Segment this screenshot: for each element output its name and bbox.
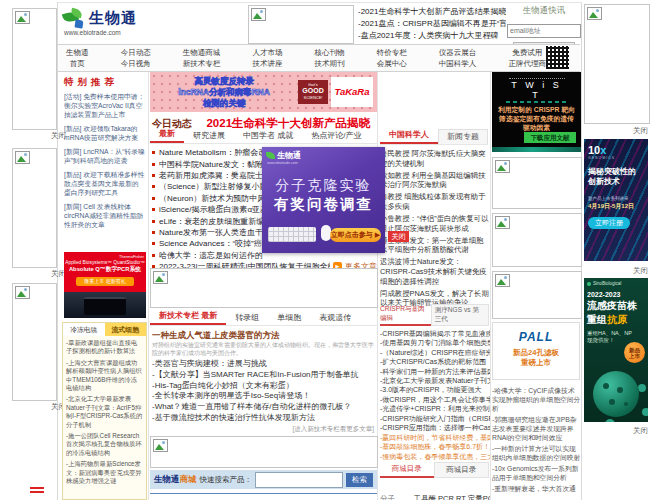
promo-item[interactable]: -赢回科研时间，节省科研经费，基因敲除小	[380, 433, 490, 442]
tab-newtech-latest[interactable]: 新技术专栏 最新	[150, 310, 226, 325]
scientist-item[interactable]: 迟洪波博士Nature发文：CRISPR-Cas9技术解析关键免疫细胞的选择性调…	[380, 257, 489, 286]
sino-biological-ad[interactable]: SinoBiological 2022-2023 流感疫苗株 重组抗原 重组HA…	[584, 278, 648, 422]
crispr-item[interactable]: -扩大CRISPR/Cas系统的靶标范围	[380, 357, 490, 366]
crispr-item[interactable]: -CRISPR功能研究入门指南（CRISPRi）	[380, 414, 490, 423]
tab-flow-cytometry[interactable]: 流式细胞	[105, 323, 147, 336]
spatial-news-item[interactable]: -10x Genomics发布一系列新品用于单细胞和空间分析	[492, 464, 581, 482]
crispr-item[interactable]: -北京化工大学最新发表Natuer子刊文章：A…	[380, 376, 490, 385]
search-button[interactable]: 检索	[346, 473, 373, 487]
category-links[interactable]: 工具酶 PCR RT 定量PCR 转染	[413, 494, 490, 500]
spatial-news-item[interactable]: -郭惠珊研究组应邀在JIPB杂志发表重要综述并发现跨界RNAi的空间和时间效应	[492, 415, 581, 442]
right-ad-placeholder-1[interactable]	[492, 157, 582, 209]
crispr-item[interactable]: -光遗传学+CRISPR：利用光来控制基因组…	[380, 404, 490, 413]
crispr-item[interactable]: -使用基因剪刀专门消除单个细胞类型	[380, 338, 490, 347]
takara-banner-ad[interactable]: 高灵敏度反转录 lncRNA分析和病毒RNA 检测的关键 that's GOOD…	[150, 72, 377, 112]
sidebar-item[interactable]: [活动] 免费样本使用申请：衡尔实验室AcroVac II真空抽滤装置新产品上市	[64, 92, 145, 119]
crispr-item[interactable]: -CRISPR基因编辑揭示了常见血液疾病研…	[380, 329, 490, 338]
left-floating-ad-1[interactable]	[12, 8, 57, 130]
crispr-item[interactable]: -CRISPR应用指南：选择哪一种Cas9？	[380, 423, 490, 432]
close-right-ad-3[interactable]: 关闭	[584, 426, 648, 436]
tab-hot-industry[interactable]: 热点评论/产业	[302, 130, 370, 143]
tab-single-cell[interactable]: 单细胞	[268, 312, 310, 325]
tech-more-link[interactable]: [进入新技术专栏看更多文章]	[152, 425, 374, 434]
thermofisher-ad[interactable]: ThermoFisher Applied Biosystems™ QuantSt…	[64, 252, 146, 318]
sidebar-item[interactable]: [新品] 欢迎下载精准多样性散点突变基因文库最新的蛋白序列研究工具	[64, 170, 145, 197]
scientist-item[interactable]: 鲁民教授 阿尔茨海默氏症大脑突变的关键机制	[380, 149, 489, 168]
tab-research[interactable]: 研究进展	[184, 130, 234, 143]
right-ad-placeholder-2[interactable]	[492, 213, 582, 267]
nav-jobs[interactable]: 人才市场技术讲座	[252, 47, 282, 69]
nav-instruments[interactable]: 仪器云展台中国科学人	[439, 47, 477, 69]
popup-close-button[interactable]: 关闭	[388, 231, 409, 242]
popup-join-button[interactable]: 立即点击参与 ▶	[330, 228, 381, 242]
lower-banner-placeholder[interactable]	[150, 436, 378, 468]
cryo-item[interactable]: -上海药物所最新Science发文：新冠病毒奥密克戎变异株感染力增强之谜	[66, 460, 143, 485]
tech-link[interactable]: -类器官与疾病建模：进展与挑战	[152, 359, 375, 370]
site-logo[interactable]: 生物通 www.ebiotrade.com	[62, 7, 154, 40]
close-right-ad-2[interactable]: 关闭	[584, 266, 648, 276]
tab-chinese-scholars[interactable]: 中国学者 成就	[234, 130, 302, 143]
right-ad-placeholder-3[interactable]	[492, 271, 582, 319]
close-left-ad-3[interactable]: 关闭	[12, 402, 66, 412]
tech-link[interactable]: -What？难道一直用错了样本储存/自动化进样的微孔板？	[152, 402, 375, 413]
crispr-item[interactable]: -（Nature综述）CRISPR在癌症研究、诊…	[380, 348, 490, 357]
cryo-item[interactable]: -上海交大曹宸课题组成功解析额颞叶变性病人脑组织中TMEM106B纤维的冷冻电镜…	[66, 359, 143, 393]
sidebar-item[interactable]: [新品] 欢迎领取Takara的mRNA疫苗研究解决方案	[64, 124, 145, 142]
survey-popup-ad[interactable]: 生物通 www.ebiotrade.com 分子克隆实验 有奖问卷调查 立即点击…	[262, 147, 385, 253]
newsletter-email-input[interactable]	[507, 24, 581, 38]
headline-link[interactable]: -盘点2021年度：人类疾病十九大里程碑	[358, 30, 506, 42]
nav-specials[interactable]: 特价专栏会展中心	[377, 47, 407, 69]
spatial-news-item[interactable]: -重新理解衰老，华大首次通	[492, 484, 581, 493]
crispr-item[interactable]: -3.0版本的CRISPR，功能更强大	[380, 385, 490, 394]
tab-news-topics[interactable]: 新闻专题	[438, 129, 488, 144]
sidebar-item[interactable]: [新闻] LncRNA：从“转录噪声”到科研高地的逆袭	[64, 147, 145, 165]
promo-item[interactable]: -基因敲除细胞株，春季畅享6.7折！智能KO	[380, 442, 490, 451]
spatial-news-item[interactable]: -哈佛大学：CyCIF成像技术实现肿瘤组织的单细胞空间分析	[492, 386, 581, 413]
sidebar-item[interactable]: [新闻] Cell 发表线粒体circRNA减轻非酒精性脂肪性肝炎的文章	[64, 202, 145, 229]
tab-epigenetics[interactable]: 表观遗传	[310, 312, 360, 325]
tab-crispr[interactable]: CRISPR与基因编辑	[380, 305, 431, 326]
headline-link[interactable]: -2021生命科学十大创新产品评选结果揭晓	[358, 6, 506, 18]
tech-link[interactable]: -His-Tag蛋白纯化小妙招（文末有彩蛋）	[152, 381, 375, 392]
promo-item[interactable]: -慢病毒包装，春季倾单享优惠，三大亮点造	[380, 452, 490, 461]
top-banner-placeholder[interactable]	[248, 5, 354, 44]
top-right-ad-placeholder[interactable]	[584, 4, 650, 124]
tech-link[interactable]: -基于微流控技术的快速治疗性抗体发现新方法	[152, 413, 375, 424]
tech-link[interactable]: -全长转录本测序的明星选手Iso-Seq请登场！	[152, 391, 375, 402]
tech-link[interactable]: -【文献分享】当SMARTer RACE和In-Fusion用于制备单抗	[152, 370, 375, 381]
nav-free-trial[interactable]: 免费试用正牌代理商	[508, 47, 546, 69]
cryo-item[interactable]: -施一公团队Cell Research首次揭示核孔复合物核质环的冷冻电镜结构	[66, 432, 143, 457]
close-left-ad-1[interactable]: 关闭	[12, 131, 66, 141]
crispr-item[interactable]: -科学家们用一种新的方法来评估基因编辑…	[380, 367, 490, 376]
crispr-item[interactable]: -做CRISPR，用这个工具会让你事半功倍！	[380, 395, 490, 404]
tab-latest[interactable]: 最新	[150, 128, 184, 143]
register-button[interactable]: 立即注册	[588, 217, 630, 229]
scientist-item[interactable]: 欣如教授 利用全脑基因组编辑技术治疗阿尔茨海默病	[380, 171, 489, 190]
tab-cryoem[interactable]: 冷冻电镜	[63, 323, 105, 336]
tab-mall-catalog-1[interactable]: 商城目录	[380, 464, 434, 478]
left-floating-ad-3[interactable]	[12, 283, 57, 401]
headline-link[interactable]: -2021盘点：CRISPR基因编辑不再是开“盲盒”	[358, 18, 506, 30]
tab-chinese-scientists[interactable]: 中国科学人	[380, 129, 438, 144]
tab-mall-catalog-2[interactable]: 商城目录	[434, 462, 490, 478]
close-left-ad-2[interactable]: 关闭	[12, 269, 66, 279]
spatial-news-item[interactable]: -一种新的计算方法可以实现组织内单细胞数据的空间映射	[492, 444, 581, 462]
scientist-item[interactable]: 力教授 细胞线粒体新发现有助于众多疾病	[380, 192, 489, 211]
left-floating-ad-2[interactable]	[12, 148, 57, 268]
10x-genomics-ad[interactable]: 10x GENOMICS 揭秘突破性的创新技术 新产品上市系列讲座 4月19日-…	[584, 139, 648, 261]
mid-banner-placeholder[interactable]	[150, 268, 378, 308]
product-search-input[interactable]	[255, 472, 343, 488]
pall-ad[interactable]: PALL 新品24孔滤板 重磅上市	[492, 322, 580, 380]
twist-ad[interactable]: T W i S T 利用定制的 CRISPR 靶向 筛选鉴定固有免疫的遗传 驱动…	[492, 72, 581, 152]
nav-journals[interactable]: 核心刊物技术期刊	[315, 47, 345, 69]
twist-download-button[interactable]: 下载应用文献	[524, 132, 576, 143]
nav-mall[interactable]: 生物通商城新技术专栏	[183, 47, 221, 69]
tab-transcriptome[interactable]: 转录组	[226, 312, 268, 325]
cryo-item[interactable]: -章新政课题组提出直接电子探测相机的新计数算法	[66, 339, 143, 356]
nav-today[interactable]: 今日动态今日视角	[121, 47, 151, 69]
nav-home[interactable]: 生物通首页	[66, 47, 89, 69]
bullet-icon	[152, 151, 155, 154]
cryo-item[interactable]: -北京化工大学最新发表Natuer子刊文章：AcrIF5抑制I-F型CRISPR…	[66, 395, 143, 429]
tab-ngs[interactable]: 测序NGS vs 第三代	[431, 304, 489, 326]
close-right-ad-1[interactable]: 关闭	[584, 126, 648, 136]
